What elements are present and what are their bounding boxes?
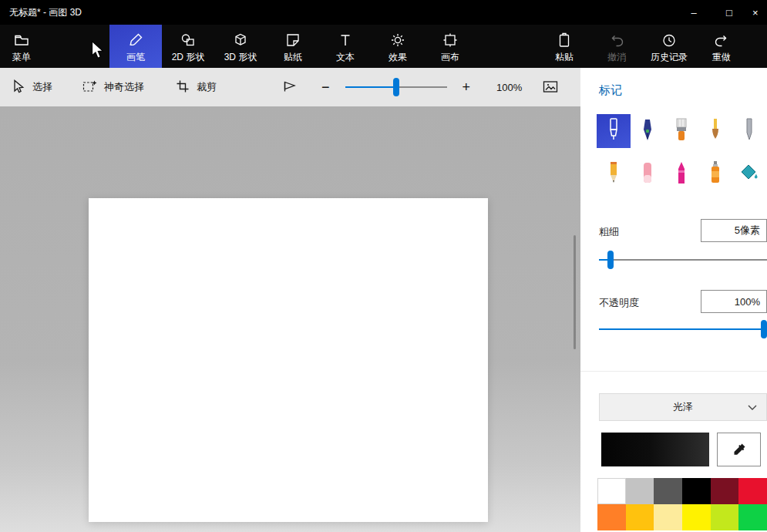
magic-select-label: 神奇选择 (104, 80, 144, 94)
brush-calligraphy-pen[interactable] (631, 114, 664, 148)
canvas-tab[interactable]: 画布 (424, 25, 476, 68)
opacity-slider-thumb[interactable] (761, 320, 767, 338)
minimize-button[interactable]: – (676, 0, 711, 25)
3d-shapes-tab[interactable]: 3D 形状 (214, 25, 267, 68)
current-color-swatch[interactable] (601, 433, 709, 466)
zoom-slider[interactable] (345, 78, 447, 96)
crop-icon (175, 79, 190, 96)
color-swatch[interactable] (654, 504, 682, 530)
redo-label: 重做 (712, 52, 731, 62)
window-title: 无标题* - 画图 3D (0, 6, 82, 19)
clock-icon (661, 32, 678, 49)
color-swatch[interactable] (711, 478, 739, 504)
brush-grid (597, 114, 766, 191)
opacity-slider[interactable] (599, 320, 767, 338)
zoom-out-button[interactable]: − (321, 79, 330, 96)
sticker-icon (284, 32, 301, 49)
material-dropdown[interactable]: 光泽 (599, 393, 767, 421)
undo-label: 撤消 (607, 52, 626, 62)
opacity-input[interactable]: 100% (701, 290, 767, 313)
history-button[interactable]: 历史记录 (643, 25, 695, 68)
crayon-icon (671, 159, 692, 190)
menu-icon (13, 32, 30, 49)
color-swatch[interactable] (682, 478, 711, 504)
panel-divider (580, 371, 767, 372)
eraser-icon (637, 159, 658, 190)
redo-button[interactable]: 重做 (695, 25, 748, 68)
color-swatch[interactable] (711, 504, 739, 530)
text-icon (337, 32, 354, 49)
text-label: 文本 (336, 52, 355, 62)
zoom-flag-button[interactable] (281, 79, 297, 96)
brush-oil-brush[interactable] (664, 114, 698, 148)
close-button[interactable]: × (747, 0, 767, 25)
brushes-tab[interactable]: 画笔 (109, 25, 162, 68)
color-swatch[interactable] (654, 478, 682, 504)
title-bar: 无标题* - 画图 3D – □ × (0, 0, 767, 25)
paste-button[interactable]: 粘贴 (538, 25, 590, 68)
3d-shapes-icon (232, 32, 249, 49)
color-swatch[interactable] (626, 504, 654, 530)
2d-shapes-tab[interactable]: 2D 形状 (162, 25, 214, 68)
brush-crayon[interactable] (664, 157, 698, 191)
thickness-slider-track (599, 259, 767, 261)
brush-eraser[interactable] (631, 157, 664, 191)
thickness-slider-fill (599, 259, 607, 261)
undo-button[interactable]: 撤消 (590, 25, 643, 68)
mouse-cursor (91, 40, 105, 63)
maximize-button[interactable]: □ (711, 0, 747, 25)
redo-icon (713, 32, 730, 49)
brush-panel: 标记 粗细 5像素 (580, 68, 767, 532)
brush-pencil[interactable] (597, 157, 631, 191)
zoom-slider-thumb[interactable] (393, 78, 399, 96)
eyedropper-icon (732, 442, 747, 457)
menu-button[interactable]: 菜单 (0, 25, 43, 68)
3d-shapes-label: 3D 形状 (224, 52, 257, 62)
undo-icon (608, 32, 625, 49)
brush-marker[interactable] (597, 114, 631, 148)
brush-pixel-pen[interactable] (732, 114, 766, 148)
effects-tab[interactable]: 效果 (372, 25, 424, 68)
secondary-toolbar: 选择 神奇选择 裁剪 − + 100% (0, 68, 580, 106)
color-swatch[interactable] (738, 504, 767, 530)
canvas-label: 画布 (441, 52, 459, 62)
fill-bucket-icon (738, 159, 760, 190)
cursor-arrow-icon (11, 79, 26, 96)
select-label: 选择 (32, 80, 52, 94)
pencil-icon (603, 159, 624, 190)
flag-icon (281, 79, 297, 96)
chevron-down-icon (748, 405, 757, 411)
canvas-icon (442, 32, 459, 49)
brush-fill[interactable] (732, 157, 766, 191)
sun-icon (389, 32, 406, 49)
menu-label: 菜单 (12, 52, 31, 62)
zoom-slider-fill (345, 86, 396, 88)
brush-spray-can[interactable] (698, 157, 732, 191)
color-swatch[interactable] (626, 478, 654, 504)
color-swatch[interactable] (597, 478, 626, 504)
text-tab[interactable]: 文本 (319, 25, 372, 68)
brush-watercolor[interactable] (698, 114, 732, 148)
thickness-slider-thumb[interactable] (607, 251, 614, 269)
2d-shapes-icon (180, 32, 197, 49)
color-swatch[interactable] (597, 504, 626, 530)
vertical-scrollbar[interactable] (574, 235, 576, 349)
select-button[interactable]: 选择 (11, 79, 52, 96)
material-dropdown-value: 光泽 (673, 400, 693, 414)
eyedropper-button[interactable] (717, 433, 761, 466)
fit-to-window-button[interactable] (542, 79, 559, 96)
color-swatch[interactable] (738, 478, 767, 504)
thickness-slider[interactable] (599, 251, 767, 269)
oil-brush-icon (671, 116, 692, 146)
calligraphy-pen-icon (637, 116, 658, 146)
color-palette (597, 478, 767, 530)
stickers-tab[interactable]: 贴纸 (267, 25, 319, 68)
crop-button[interactable]: 裁剪 (175, 79, 217, 96)
magic-select-button[interactable]: 神奇选择 (82, 79, 144, 96)
clipboard-icon (556, 32, 573, 49)
zoom-in-button[interactable]: + (463, 79, 471, 96)
thickness-input[interactable]: 5像素 (701, 219, 767, 242)
drawing-canvas[interactable] (89, 198, 488, 522)
color-swatch[interactable] (682, 504, 711, 530)
stickers-label: 贴纸 (284, 52, 302, 62)
